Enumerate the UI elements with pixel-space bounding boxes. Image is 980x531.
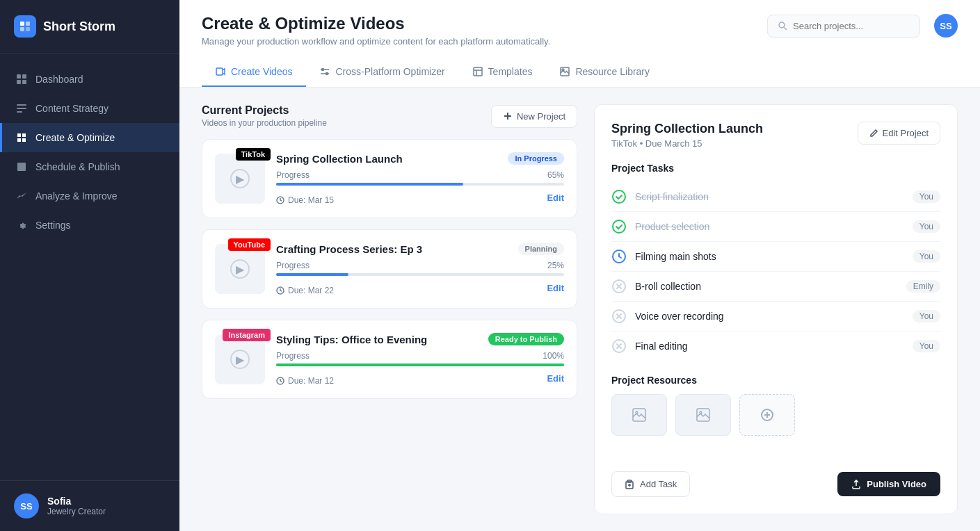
sidebar-item-content-strategy[interactable]: Content Strategy <box>0 94 179 123</box>
svg-point-29 <box>613 220 625 233</box>
project-info: Spring Collection Launch In Progress Pro… <box>276 152 564 205</box>
task-assignee: You <box>913 250 940 263</box>
search-input[interactable] <box>793 21 904 31</box>
detail-panel: Spring Collection Launch TikTok • Due Ma… <box>594 104 958 514</box>
status-badge: Planning <box>518 243 564 255</box>
clock-icon <box>276 377 284 385</box>
sidebar-item-schedule-publish[interactable]: Schedule & Publish <box>0 152 179 181</box>
svg-rect-3 <box>26 27 30 31</box>
progress-label: Progress <box>276 261 310 270</box>
tab-templates[interactable]: Templates <box>459 58 547 87</box>
sidebar-navigation: Dashboard Content Strategy Create & Opti… <box>0 54 179 480</box>
upload-icon <box>851 480 861 489</box>
project-due: Due: Mar 15 <box>276 195 334 205</box>
add-resource-button[interactable] <box>739 394 795 436</box>
project-edit-button[interactable]: Edit <box>547 193 564 203</box>
tab-templates-label: Templates <box>488 66 533 77</box>
project-thumbnail: TikTok ▶ <box>215 154 265 204</box>
publish-video-button[interactable]: Publish Video <box>837 472 940 496</box>
image-icon <box>560 67 570 76</box>
sidebar-item-settings[interactable]: Settings <box>0 211 179 240</box>
clock-icon <box>276 196 284 204</box>
project-card-crafting[interactable]: YouTube ▶ Crafting Process Series: Ep 3 … <box>202 229 577 309</box>
user-role: Jewelry Creator <box>47 507 106 516</box>
projects-title: Current Projects <box>202 104 327 117</box>
clock-circle-icon <box>611 249 627 264</box>
play-icon: ▶ <box>230 350 250 369</box>
svg-rect-2 <box>20 27 24 31</box>
logo-icon <box>14 15 36 38</box>
progress-pct: 100% <box>543 351 564 361</box>
svg-rect-5 <box>22 74 26 79</box>
project-info: Crafting Process Series: Ep 3 Planning P… <box>276 243 564 295</box>
add-task-label: Add Task <box>640 479 677 489</box>
add-task-button[interactable]: Add Task <box>611 471 690 497</box>
x-circle-icon <box>611 279 627 294</box>
project-info: Styling Tips: Office to Evening Ready to… <box>276 333 564 386</box>
status-badge: Ready to Publish <box>488 333 564 345</box>
task-label: Filming main shots <box>635 251 904 262</box>
platform-badge-youtube: YouTube <box>228 238 271 251</box>
sidebar-item-create-optimize[interactable]: Create & Optimize <box>0 123 179 152</box>
progress-bar <box>276 273 564 276</box>
tab-create-videos[interactable]: Create Videos <box>202 58 306 87</box>
new-project-label: New Project <box>517 111 565 122</box>
task-label: Script finalization <box>635 191 904 202</box>
sidebar-item-analyze-improve[interactable]: Analyze & Improve <box>0 181 179 211</box>
project-edit-button[interactable]: Edit <box>547 373 564 384</box>
detail-actions: Add Task Publish Video <box>611 471 940 497</box>
tab-cross-platform[interactable]: Cross-Platform Optimizer <box>306 58 458 87</box>
progress-bar <box>276 183 564 186</box>
search-bar[interactable] <box>767 15 920 38</box>
projects-header: Current Projects Videos in your producti… <box>202 104 577 128</box>
clipboard-icon <box>625 480 634 489</box>
content-area: Current Projects Videos in your producti… <box>179 88 980 531</box>
sidebar: Short Storm Dashboard Content Strategy C… <box>0 0 179 531</box>
detail-project-name: Spring Collection Launch <box>611 122 763 136</box>
clock-icon <box>276 286 284 295</box>
svg-point-17 <box>326 73 328 75</box>
task-row: Final editing You <box>611 332 940 361</box>
projects-subtitle: Videos in your production pipeline <box>202 118 327 128</box>
svg-point-11 <box>779 22 785 28</box>
main-content: Create & Optimize Videos Manage your pro… <box>179 0 980 531</box>
edit-project-button[interactable]: Edit Project <box>858 122 940 145</box>
sidebar-item-schedule-publish-label: Schedule & Publish <box>35 161 120 172</box>
task-row: Product selection You <box>611 212 940 242</box>
tab-resource-library-label: Resource Library <box>575 66 650 77</box>
plus-circle-icon <box>760 408 774 422</box>
progress-pct: 65% <box>547 170 564 180</box>
tab-resource-library[interactable]: Resource Library <box>546 58 664 87</box>
search-icon <box>778 21 787 31</box>
task-assignee: You <box>913 310 940 322</box>
task-label: Final editing <box>635 341 904 352</box>
sidebar-item-dashboard[interactable]: Dashboard <box>0 65 179 94</box>
svg-rect-8 <box>17 104 26 106</box>
svg-rect-7 <box>22 80 26 84</box>
avatar: SS <box>14 493 39 518</box>
svg-rect-9 <box>17 108 26 109</box>
svg-rect-10 <box>17 111 22 113</box>
x-circle-icon <box>611 338 627 354</box>
play-icon: ▶ <box>230 169 250 188</box>
task-label: B-roll collection <box>635 281 898 292</box>
svg-rect-4 <box>17 74 21 79</box>
sidebar-item-content-strategy-label: Content Strategy <box>35 103 109 114</box>
tab-cross-platform-label: Cross-Platform Optimizer <box>335 66 444 77</box>
sidebar-logo[interactable]: Short Storm <box>0 0 179 54</box>
project-thumbnail: YouTube ▶ <box>215 244 265 294</box>
task-row: Script finalization You <box>611 182 940 212</box>
sidebar-user[interactable]: SS Sofia Jewelry Creator <box>0 480 179 531</box>
project-card-spring[interactable]: TikTok ▶ Spring Collection Launch In Pro… <box>202 139 577 218</box>
project-edit-button[interactable]: Edit <box>547 283 564 293</box>
publish-video-label: Publish Video <box>867 479 926 489</box>
task-row: Voice over recording You <box>611 302 940 332</box>
tasks-list: Script finalization You Product selectio… <box>611 182 940 361</box>
tab-create-videos-label: Create Videos <box>231 66 292 77</box>
project-card-styling[interactable]: Instagram ▶ Styling Tips: Office to Even… <box>202 320 577 399</box>
progress-bar <box>276 363 564 366</box>
new-project-button[interactable]: New Project <box>491 105 577 128</box>
sidebar-item-create-optimize-label: Create & Optimize <box>35 132 115 143</box>
sidebar-item-dashboard-label: Dashboard <box>35 74 83 85</box>
progress-label: Progress <box>276 170 310 180</box>
